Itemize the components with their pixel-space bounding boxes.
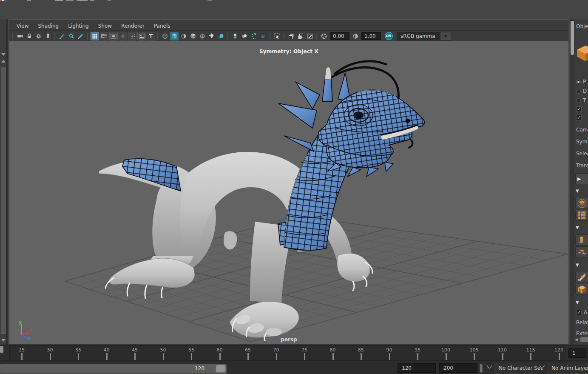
menu-panels[interactable]: Panels (149, 22, 175, 30)
section-collapse-icon[interactable]: ▼ (576, 225, 579, 230)
section-collapse-icon[interactable]: ▼ (576, 300, 579, 305)
menu-show[interactable]: Show (94, 22, 116, 30)
viewport-panel: ViewShadingLightingShowRendererPanels 0.… (9, 19, 568, 345)
gear-icon[interactable] (34, 32, 43, 40)
isolate-front-icon[interactable] (296, 32, 305, 40)
panel-hscrollbar[interactable]: ◀ (575, 336, 588, 343)
select-tool-icon[interactable] (273, 32, 281, 40)
antialias-box-icon[interactable] (259, 32, 267, 40)
radio-option-d[interactable]: D (576, 88, 587, 94)
menu-renderer[interactable]: Renderer (116, 22, 149, 30)
radio-label: P (583, 79, 586, 85)
chevron-down-icon[interactable]: ▼ (440, 32, 451, 40)
radio-icon[interactable] (576, 98, 581, 103)
resolution-gate-icon[interactable] (109, 32, 118, 40)
anim-layer-label[interactable]: No Anim Layer (547, 363, 588, 374)
shadows-icon[interactable] (231, 32, 239, 40)
exposure-icon[interactable] (320, 32, 328, 40)
sculpt-brush-icon[interactable] (77, 32, 85, 40)
range-slider-bar[interactable]: 120 (0, 364, 227, 374)
paint-select-icon[interactable] (58, 32, 66, 40)
wireframe-cube-icon[interactable] (161, 32, 169, 40)
shelf-sliver (4, 0, 6, 1)
lock-icon[interactable] (25, 32, 34, 40)
viewport-canvas[interactable]: Symmetry: Object X persp y x z (9, 41, 568, 344)
wrap-cube-icon[interactable] (575, 284, 588, 295)
bookmark-icon[interactable] (44, 32, 52, 40)
grid-display-icon[interactable] (91, 32, 99, 40)
combine-layers-icon[interactable] (575, 198, 588, 209)
toolbar-separator (227, 33, 229, 40)
radio-label: T (583, 97, 586, 103)
contrast-icon[interactable] (351, 32, 360, 40)
panel-scrollbar[interactable] (570, 19, 574, 345)
film-gate-icon[interactable] (100, 32, 108, 40)
contrast-field[interactable]: 1.00 (361, 32, 381, 40)
anim-layer-menu-icon[interactable] (539, 365, 545, 369)
playback-speed-slider[interactable] (480, 364, 483, 373)
playback-end-field[interactable]: 120 (398, 363, 436, 373)
quad-draw-icon[interactable] (575, 246, 588, 257)
time-slider-track[interactable]: 2530354045505560657075808590951001051101… (9, 346, 566, 360)
character-set-menu-icon[interactable] (486, 365, 492, 369)
collapse-arrow-icon[interactable] (1, 53, 6, 56)
panel-hscrollbar-thumb[interactable] (580, 337, 588, 342)
ambient-occlusion-icon[interactable] (250, 32, 258, 40)
left-scrollbar-thumb[interactable] (1, 67, 6, 334)
time-slider[interactable]: 2530354045505560657075808590951001051101… (0, 345, 588, 360)
textures-sphere-icon[interactable] (217, 32, 225, 40)
motion-blur-icon[interactable] (240, 32, 249, 40)
radio-option-p[interactable]: P (576, 79, 586, 85)
menu-lighting[interactable]: Lighting (63, 22, 94, 30)
shelf-sliver (207, 0, 212, 1)
bottom-checkbox-row[interactable]: ✓ A (576, 309, 587, 315)
checkbox-checked-icon[interactable]: ✓ (576, 106, 582, 112)
timeline-tick-mark (389, 353, 390, 360)
image-plane-icon[interactable] (137, 32, 146, 40)
panel-checkbox-row[interactable]: ✓ (576, 106, 582, 112)
panel-checkbox-row[interactable]: ✓ (576, 115, 582, 120)
material-sphere-icon[interactable] (198, 32, 207, 40)
multi-components-icon[interactable] (575, 210, 588, 221)
checkbox-checked-icon[interactable]: ✓ (576, 115, 582, 120)
shelf-sliver (90, 0, 94, 1)
multi-cut-icon[interactable] (575, 272, 588, 283)
expand-options-button[interactable]: ▶ (575, 173, 588, 184)
range-slider-row: 120 120 200 No Character Set No Anim Lay… (0, 360, 588, 374)
lighting-bulb-icon[interactable] (207, 32, 216, 40)
radio-option-t[interactable]: T (576, 97, 586, 103)
exposure-field[interactable]: 0.00 (330, 32, 349, 40)
zoom-move-icon[interactable] (67, 32, 76, 40)
view-transform-select[interactable]: sRGB gamma▼ (397, 32, 451, 40)
gate-mask-icon[interactable] (119, 32, 127, 40)
textured-cube-icon[interactable] (189, 32, 197, 40)
camera-icon[interactable] (16, 32, 24, 40)
color-management-on-badge[interactable]: ON (383, 32, 394, 40)
panel-scrollbar-thumb[interactable] (571, 21, 574, 55)
section-collapse-icon[interactable]: ▼ (576, 188, 579, 193)
scroll-up-icon[interactable] (1, 60, 6, 63)
section-collapse-icon[interactable]: ▼ (576, 263, 579, 267)
current-frame-field[interactable]: 1 (568, 348, 587, 358)
radio-icon[interactable] (576, 80, 581, 84)
extrude-icon[interactable] (575, 234, 588, 246)
shaded-cube-icon[interactable] (170, 32, 179, 40)
menu-view[interactable]: View (12, 22, 33, 30)
wireframe-on-shaded-icon[interactable] (179, 32, 188, 40)
panel-title: Objec (576, 23, 588, 29)
grease-pencil-icon[interactable] (306, 32, 314, 40)
animation-end-field[interactable]: 200 (439, 363, 477, 373)
character-set-label[interactable]: No Character Set (494, 363, 537, 374)
dragon-tail-mesh[interactable] (122, 159, 181, 191)
toolkit-cube-icon (577, 44, 588, 65)
field-chart-icon[interactable] (128, 32, 136, 40)
radio-icon[interactable] (576, 89, 581, 94)
scroll-down-icon[interactable] (1, 339, 6, 342)
hud-text-icon[interactable] (147, 32, 155, 40)
menu-shading[interactable]: Shading (33, 22, 63, 30)
dragon-model[interactable] (99, 61, 424, 340)
isolate-back-icon[interactable] (287, 32, 295, 40)
checkbox-checked-icon[interactable]: ✓ (576, 310, 582, 315)
range-end-handle[interactable] (216, 365, 226, 373)
scroll-left-icon[interactable]: ◀ (575, 337, 578, 342)
